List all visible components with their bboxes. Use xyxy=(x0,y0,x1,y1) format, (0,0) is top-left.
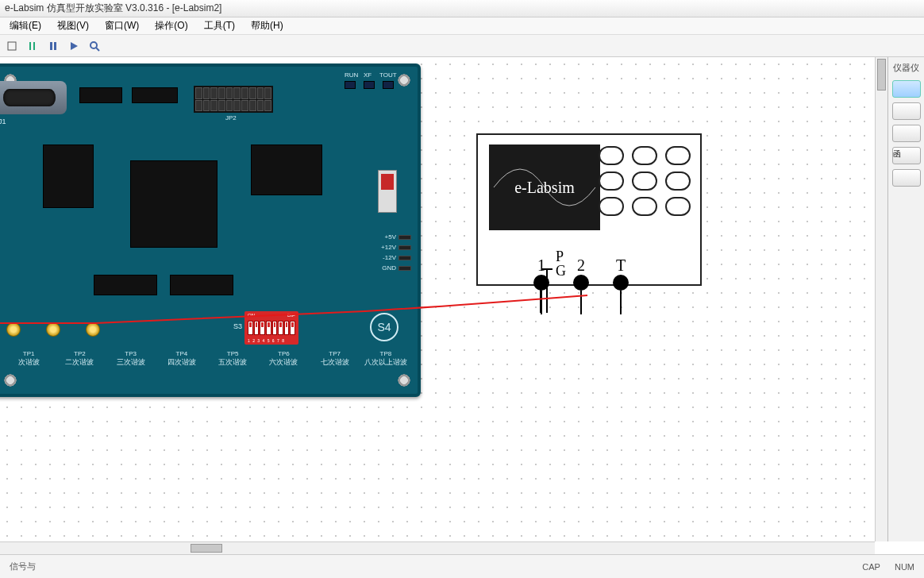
scope-knob-icon[interactable] xyxy=(599,146,624,165)
jack-icon[interactable] xyxy=(613,275,629,291)
chip-small-icon xyxy=(170,275,233,295)
port-t-label: T xyxy=(616,256,626,275)
jack-icon[interactable] xyxy=(573,275,589,291)
chip-mid-icon xyxy=(251,144,322,195)
horizontal-scrollbar[interactable] xyxy=(0,541,875,554)
scope-knob-icon[interactable] xyxy=(599,171,624,191)
pin-icon[interactable] xyxy=(398,235,411,240)
lead-icon xyxy=(541,291,542,314)
menu-view[interactable]: 视图(V) xyxy=(51,17,95,34)
tp8-num: TP8 xyxy=(360,349,411,358)
pcb-board[interactable]: J1 RUN XF TOUT JP2 +5V +12V -12V GND OND… xyxy=(0,64,421,397)
dip-switch[interactable]: ONDIP 1 2 3 4 5 6 7 8 xyxy=(244,311,298,345)
menu-operate[interactable]: 操作(O) xyxy=(148,17,194,34)
tp1-name: 次谐波 xyxy=(3,358,54,367)
scope-knob-icon[interactable] xyxy=(632,171,657,191)
menu-edit[interactable]: 编辑(E) xyxy=(3,17,48,34)
toolbar-pause-icon[interactable] xyxy=(44,37,62,55)
panel-btn-2[interactable] xyxy=(892,102,921,120)
scope-screen: e-Labsim xyxy=(489,144,600,230)
s4-label: S4 xyxy=(377,321,391,333)
svg-rect-4 xyxy=(54,42,56,50)
testpoint-p2[interactable] xyxy=(46,322,60,337)
testpoint-p3[interactable] xyxy=(86,322,100,337)
header-connector-icon[interactable] xyxy=(194,86,273,113)
tp4-name: 四次谐波 xyxy=(156,358,207,367)
panel-btn-4-label: 函 xyxy=(893,149,901,158)
tp5-name: 五次谐波 xyxy=(207,358,258,367)
serial-label: J1 xyxy=(0,118,6,125)
tp6-num: TP6 xyxy=(258,349,309,358)
mounting-hole-icon xyxy=(2,372,19,389)
scope-port-2[interactable]: 2 xyxy=(573,256,589,314)
tp7-name: 七次谐波 xyxy=(310,358,360,367)
scrollbar-thumb[interactable] xyxy=(191,544,222,553)
scope-knob-icon[interactable] xyxy=(665,197,691,216)
toolbar-btn-1[interactable] xyxy=(3,37,21,55)
scope-buttons xyxy=(599,146,691,216)
led-xf-label: XF xyxy=(364,71,372,79)
scope-knob-icon[interactable] xyxy=(599,197,624,216)
lead-icon xyxy=(580,291,582,314)
scope-knob-icon[interactable] xyxy=(665,146,691,165)
tp3-num: TP3 xyxy=(106,349,156,358)
status-left: 信号与 xyxy=(10,561,36,572)
toolbar-btn-2[interactable] xyxy=(24,37,41,55)
tp2-name: 二次谐波 xyxy=(54,358,105,367)
chip-small-icon xyxy=(43,144,94,208)
right-panel: 仪器仪 函 xyxy=(887,57,924,541)
vertical-scrollbar[interactable] xyxy=(875,57,887,541)
testpoint-p1[interactable] xyxy=(6,322,21,337)
menu-window[interactable]: 窗口(W) xyxy=(98,17,145,34)
pin-gnd-label: GND xyxy=(382,264,396,272)
menu-tool[interactable]: 工具(T) xyxy=(198,17,241,34)
pin-icon[interactable] xyxy=(398,256,411,260)
scope-knob-icon[interactable] xyxy=(665,171,691,191)
menu-help[interactable]: 帮助(H) xyxy=(244,17,290,34)
status-leds: RUN XF TOUT xyxy=(345,81,394,89)
tp2-num: TP2 xyxy=(54,349,105,358)
panel-btn-1[interactable] xyxy=(892,80,921,98)
pin-n12v-label: -12V xyxy=(383,254,396,261)
scope-port-t[interactable]: T xyxy=(613,256,629,314)
chip-small-icon xyxy=(94,275,157,295)
toolbar-play-icon[interactable] xyxy=(65,37,83,55)
jack-icon[interactable] xyxy=(533,275,549,291)
svg-rect-0 xyxy=(8,42,16,50)
led-tout-label: TOUT xyxy=(379,71,397,79)
scope-knob-icon[interactable] xyxy=(632,146,657,165)
scope-ports: 1 2 T xyxy=(533,256,629,314)
pin-icon[interactable] xyxy=(398,245,411,250)
status-num: NUM xyxy=(895,562,914,572)
scope-knob-icon[interactable] xyxy=(632,197,657,216)
panel-btn-5[interactable] xyxy=(892,169,921,187)
toolbar xyxy=(0,35,924,57)
slide-switch[interactable] xyxy=(378,170,397,213)
pin-5v-label: +5V xyxy=(385,233,396,241)
led-run-icon xyxy=(345,81,356,89)
mounting-hole-icon xyxy=(395,71,413,89)
serial-port-icon[interactable] xyxy=(0,81,67,114)
oscilloscope[interactable]: e-Labsim P G 1 2 T xyxy=(476,133,702,286)
chip-small-icon xyxy=(79,87,122,103)
lead-icon xyxy=(620,291,622,314)
tp5-num: TP5 xyxy=(207,349,258,358)
svg-point-6 xyxy=(90,42,97,48)
port-2-label: 2 xyxy=(577,256,585,275)
svg-line-7 xyxy=(96,48,99,51)
chip-small-icon xyxy=(132,87,178,103)
tp3-name: 三次谐波 xyxy=(106,358,156,367)
right-panel-title: 仪器仪 xyxy=(891,60,921,75)
scrollbar-thumb[interactable] xyxy=(877,59,886,91)
canvas-workspace[interactable]: J1 RUN XF TOUT JP2 +5V +12V -12V GND OND… xyxy=(0,57,887,541)
panel-btn-4[interactable]: 函 xyxy=(892,147,921,164)
s4-button[interactable]: S4 xyxy=(370,313,398,341)
toolbar-zoom-icon[interactable] xyxy=(86,37,103,55)
pin-icon[interactable] xyxy=(398,266,411,271)
window-title: e-Labsim 仿真型开放实验室 V3.0.316 - [e-Labsim2] xyxy=(5,2,221,15)
tp1-num: TP1 xyxy=(3,349,54,358)
testpoint-labels: TP1次谐波 TP2二次谐波 TP3三次谐波 TP4四次谐波 TP5五次谐波 T… xyxy=(0,349,418,367)
panel-btn-3[interactable] xyxy=(892,125,921,142)
scope-port-1[interactable]: 1 xyxy=(533,256,549,314)
s3-label: S3 xyxy=(233,322,242,330)
